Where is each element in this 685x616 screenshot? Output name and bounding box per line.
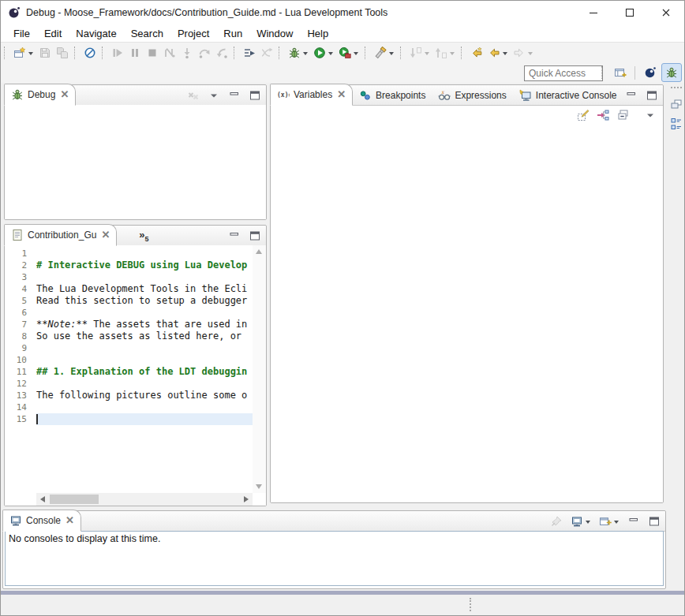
- forward-button[interactable]: [511, 45, 535, 61]
- disconnect-button[interactable]: [162, 45, 178, 61]
- line-content[interactable]: [36, 248, 253, 259]
- line-content[interactable]: The Lua Development Tools in the Ecli: [36, 283, 253, 295]
- menu-project[interactable]: Project: [170, 26, 216, 41]
- toolbar-grip[interactable]: [365, 47, 368, 59]
- show-logical-structures-icon[interactable]: [597, 109, 609, 121]
- next-annotation-button[interactable]: [408, 45, 432, 61]
- minimize-view-icon[interactable]: [627, 515, 640, 528]
- line-content[interactable]: [36, 378, 253, 390]
- line-content[interactable]: ## 1. Explanation of the LDT debuggin: [36, 366, 253, 378]
- show-type-names-icon[interactable]: [577, 109, 590, 121]
- editor-line[interactable]: 14: [5, 401, 253, 413]
- minimize-view-icon[interactable]: [625, 89, 638, 102]
- trim-drag-handle[interactable]: [671, 87, 682, 91]
- scroll-left-arrow-icon[interactable]: [40, 496, 45, 502]
- close-button[interactable]: [648, 1, 684, 24]
- editor-line[interactable]: 5Read this section to setup a debugger: [5, 295, 253, 307]
- step-over-button[interactable]: [197, 45, 212, 61]
- skip-all-breakpoints-button[interactable]: [82, 45, 98, 61]
- line-content[interactable]: [36, 413, 253, 425]
- line-content[interactable]: [36, 401, 253, 413]
- minimize-button[interactable]: [575, 1, 612, 24]
- dropdown-arrow-icon[interactable]: [328, 52, 333, 58]
- minimize-view-icon[interactable]: [228, 89, 241, 102]
- editor-line[interactable]: 8So use the assets as listed here, or: [5, 330, 253, 342]
- maximize-view-icon[interactable]: [648, 515, 661, 528]
- dropdown-arrow-icon[interactable]: [614, 521, 619, 526]
- new-wizard-button[interactable]: [12, 45, 36, 61]
- status-drag-handle[interactable]: [470, 598, 473, 611]
- collapse-all-icon[interactable]: [616, 109, 629, 121]
- dropdown-arrow-icon[interactable]: [425, 52, 429, 58]
- menu-navigate[interactable]: Navigate: [69, 26, 123, 41]
- editor-line[interactable]: 10: [5, 354, 253, 366]
- debug-perspective-button[interactable]: [661, 63, 682, 82]
- previous-annotation-button[interactable]: [433, 45, 457, 61]
- outline-view-button[interactable]: [669, 117, 683, 131]
- terminate-button[interactable]: [144, 45, 160, 61]
- dropdown-arrow-icon[interactable]: [503, 52, 507, 58]
- back-button[interactable]: [486, 45, 510, 61]
- tab-interactive-console[interactable]: Interactive Console: [513, 86, 623, 105]
- editor-line[interactable]: 6: [5, 307, 253, 319]
- toolbar-grip[interactable]: [601, 66, 605, 79]
- maximize-view-icon[interactable]: [249, 89, 261, 102]
- line-content[interactable]: [36, 271, 253, 283]
- toolbar-grip[interactable]: [400, 47, 403, 59]
- menu-edit[interactable]: Edit: [37, 26, 69, 41]
- remove-all-terminated-icon[interactable]: [187, 89, 200, 102]
- menu-help[interactable]: Help: [300, 26, 335, 41]
- drop-to-frame-button[interactable]: [259, 45, 275, 61]
- editor-line[interactable]: 3: [5, 271, 253, 283]
- toolbar-grip[interactable]: [4, 47, 7, 59]
- save-all-button[interactable]: [54, 45, 70, 61]
- suspend-button[interactable]: [127, 45, 143, 61]
- view-menu-icon[interactable]: [644, 109, 657, 121]
- maximize-view-icon[interactable]: [646, 89, 658, 102]
- dropdown-arrow-icon[interactable]: [389, 52, 394, 58]
- tab-close-icon[interactable]: ✕: [101, 231, 110, 239]
- tab-variables[interactable]: (x)=Variables✕: [270, 84, 353, 106]
- line-content[interactable]: The following pictures outline some o: [36, 390, 253, 401]
- tab-breakpoints[interactable]: Breakpoints: [353, 86, 432, 105]
- run-button[interactable]: [312, 45, 335, 61]
- restore-view-button[interactable]: [669, 97, 683, 111]
- editor-line[interactable]: 1: [5, 248, 253, 259]
- toolbar-grip[interactable]: [74, 47, 77, 59]
- open-console-button[interactable]: [599, 515, 619, 528]
- tab-debug[interactable]: Debug ✕: [4, 84, 76, 106]
- tab-close-icon[interactable]: ✕: [60, 91, 69, 99]
- search-button[interactable]: [372, 45, 396, 61]
- menu-file[interactable]: File: [6, 26, 37, 41]
- minimize-view-icon[interactable]: [228, 230, 241, 242]
- editor-line[interactable]: 13The following pictures outline some o: [5, 390, 253, 401]
- editor-line[interactable]: 11## 1. Explanation of the LDT debuggin: [5, 366, 253, 378]
- save-button[interactable]: [37, 45, 53, 61]
- editor-line[interactable]: 12: [5, 378, 253, 390]
- external-tools-button[interactable]: [337, 45, 361, 61]
- tab-contribution-guide[interactable]: Contribution_Gu ✕: [4, 224, 117, 246]
- tab-close-icon[interactable]: ✕: [66, 517, 74, 525]
- dropdown-arrow-icon[interactable]: [528, 52, 533, 58]
- line-content[interactable]: # Interactive DEBUG using Lua Develop: [36, 259, 253, 271]
- line-content[interactable]: So use the assets as listed here, or: [36, 330, 253, 342]
- line-content[interactable]: **Note:** The assets that are used in: [36, 319, 253, 330]
- toolbar-grip[interactable]: [461, 47, 464, 59]
- scroll-down-arrow-icon[interactable]: [256, 484, 262, 489]
- lua-perspective-button[interactable]: [640, 63, 661, 82]
- editor-horizontal-scrollbar[interactable]: [36, 493, 253, 506]
- last-edit-location-button[interactable]: [469, 45, 485, 61]
- dropdown-arrow-icon[interactable]: [450, 52, 455, 58]
- debug-button[interactable]: [286, 45, 310, 61]
- menu-window[interactable]: Window: [249, 26, 300, 41]
- menu-search[interactable]: Search: [124, 26, 170, 41]
- line-content[interactable]: [36, 307, 253, 319]
- editor-line[interactable]: 7**Note:** The assets that are used in: [5, 319, 253, 330]
- editor-line[interactable]: 4The Lua Development Tools in the Ecli: [5, 283, 253, 295]
- quick-access-input[interactable]: [524, 65, 603, 81]
- maximize-view-icon[interactable]: [249, 230, 261, 242]
- use-step-filters-button[interactable]: [241, 45, 257, 61]
- toolbar-grip[interactable]: [234, 47, 237, 59]
- editor-line[interactable]: 9: [5, 342, 253, 354]
- line-content[interactable]: Read this section to setup a debugger: [36, 295, 253, 307]
